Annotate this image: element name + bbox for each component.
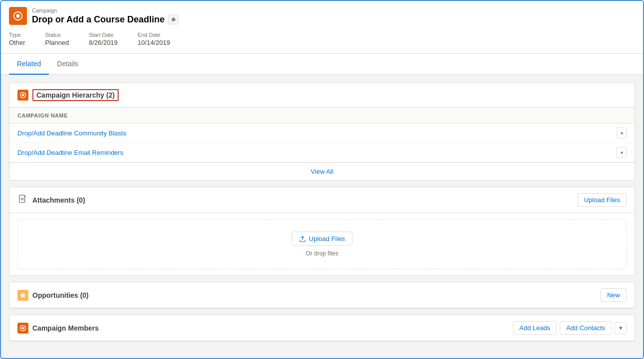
meta-type-value: Other	[9, 39, 25, 46]
campaign-members-title: Campaign Members	[32, 324, 99, 332]
campaign-header-icon	[9, 7, 27, 25]
svg-point-1	[16, 14, 19, 17]
campaign-hierarchy-title-left: Campaign Hierarchy (2)	[17, 89, 119, 101]
record-header: Campaign Drop or Add a Course Deadline T…	[1, 1, 643, 54]
upload-files-inner-label: Upload Files	[309, 235, 345, 242]
opportunities-header: Opportunities (0) New	[9, 282, 635, 308]
table-row: Drop/Add Deadline Community Blasts ▾	[9, 123, 635, 143]
upload-files-inner-button[interactable]: Upload Files	[292, 232, 352, 246]
opportunities-icon	[17, 290, 28, 301]
meta-status-label: Status	[45, 32, 69, 38]
tab-related[interactable]: Related	[9, 54, 49, 75]
opportunities-title-left: Opportunities (0)	[17, 290, 89, 301]
campaign-hierarchy-title: Campaign Hierarchy (2)	[32, 89, 119, 101]
content-area: Campaign Hierarchy (2) CAMPAIGN NAME Dro…	[1, 75, 643, 350]
campaign-name-column-header: CAMPAIGN NAME	[17, 113, 68, 119]
attachments-icon	[17, 195, 28, 206]
record-title: Drop or Add a Course Deadline	[32, 14, 164, 25]
campaign-row-2-link[interactable]: Drop/Add Deadline Email Reminders	[17, 149, 123, 156]
meta-end-date: End Date 10/14/2019	[138, 32, 170, 46]
campaign-row-1-link[interactable]: Drop/Add Deadline Community Blasts	[17, 129, 126, 137]
campaign-members-card: Campaign Members Add Leads Add Contacts …	[9, 315, 635, 342]
add-contacts-button[interactable]: Add Contacts	[560, 321, 612, 335]
record-type-label: Campaign	[32, 7, 178, 13]
meta-end-label: End Date	[138, 32, 170, 38]
view-all-link[interactable]: View All	[311, 168, 333, 175]
attachments-card: Attachments (0) Upload Files Upload File…	[9, 187, 635, 276]
opportunities-card: Opportunities (0) New	[9, 282, 635, 309]
tab-details[interactable]: Details	[49, 54, 86, 75]
attachments-title: Attachments (0)	[32, 196, 85, 204]
campaign-hierarchy-header: Campaign Hierarchy (2)	[9, 83, 635, 108]
follow-button[interactable]	[168, 14, 178, 24]
campaign-members-chevron[interactable]: ▾	[615, 322, 627, 334]
app-window: Campaign Drop or Add a Course Deadline T…	[0, 0, 644, 359]
campaign-members-actions: Add Leads Add Contacts ▾	[513, 321, 627, 335]
meta-type-label: Type	[9, 32, 25, 38]
attachments-header: Attachments (0) Upload Files	[9, 187, 635, 213]
meta-status-value: Planned	[45, 39, 69, 46]
record-meta: Type Other Status Planned Start Date 8/2…	[9, 32, 635, 46]
meta-status: Status Planned	[45, 32, 69, 46]
upload-drop-area[interactable]: Upload Files Or drop files	[17, 219, 627, 269]
campaign-members-header: Campaign Members Add Leads Add Contacts …	[9, 315, 635, 341]
svg-point-10	[22, 327, 24, 329]
meta-start-date: Start Date 8/26/2019	[89, 32, 118, 46]
table-row: Drop/Add Deadline Email Reminders ▾	[9, 143, 635, 162]
svg-rect-4	[19, 195, 25, 202]
campaign-row-1-dropdown[interactable]: ▾	[617, 127, 627, 138]
meta-start-label: Start Date	[89, 32, 118, 38]
svg-point-3	[22, 94, 24, 97]
opportunities-title: Opportunities (0)	[32, 291, 89, 299]
meta-type: Type Other	[9, 32, 25, 46]
attachments-title-left: Attachments (0)	[17, 195, 85, 206]
upload-files-header-button[interactable]: Upload Files	[578, 193, 627, 207]
meta-end-value: 10/14/2019	[138, 39, 170, 46]
drop-text: Or drop files	[306, 250, 338, 257]
campaign-hierarchy-table-header: CAMPAIGN NAME	[9, 108, 635, 123]
meta-start-value: 8/26/2019	[89, 39, 118, 46]
add-leads-button[interactable]: Add Leads	[513, 321, 557, 335]
new-opportunity-button[interactable]: New	[601, 288, 627, 302]
campaign-members-title-left: Campaign Members	[17, 323, 99, 334]
view-all-row: View All	[9, 162, 635, 180]
campaign-row-2-dropdown[interactable]: ▾	[617, 147, 627, 158]
campaign-hierarchy-card: Campaign Hierarchy (2) CAMPAIGN NAME Dro…	[9, 83, 635, 181]
tabs-bar: Related Details	[1, 54, 643, 75]
svg-marker-8	[20, 292, 26, 298]
campaign-hierarchy-icon	[17, 90, 28, 101]
campaign-members-icon	[17, 323, 28, 334]
